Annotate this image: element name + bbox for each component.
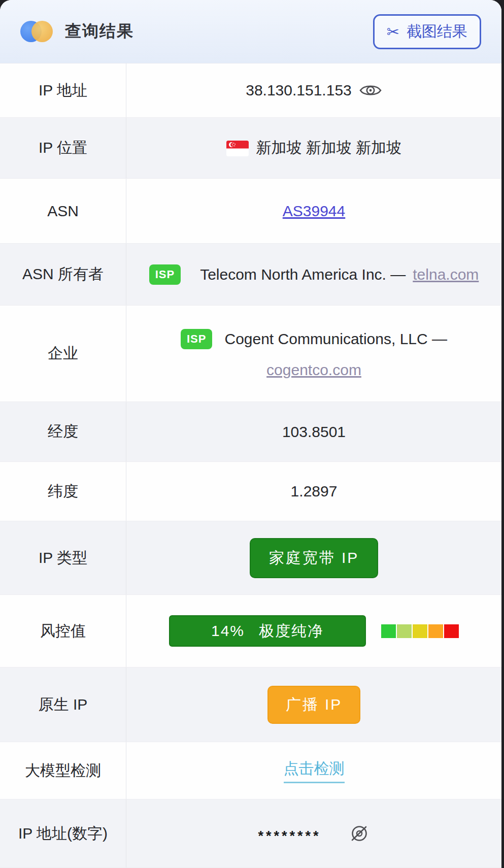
row-label: 原生 IP <box>0 667 126 742</box>
page-title: 查询结果 <box>65 20 134 43</box>
row-label: IP 地址 <box>0 63 126 117</box>
row-label: IP 地址(数字) <box>0 799 126 867</box>
row-value: 1.2897 <box>126 462 501 521</box>
row-label: 风控值 <box>0 595 126 667</box>
row-label: IP 位置 <box>0 118 126 178</box>
table-row-ip-type: IP 类型 家庭宽带 IP <box>0 521 501 595</box>
longitude-value: 103.8501 <box>282 423 346 441</box>
table-row-ip-number: IP 地址(数字) ******** <box>0 799 501 868</box>
table-row-ip-location: IP 位置 新加坡 新加坡 新加坡 <box>0 118 501 179</box>
ip-address-value: 38.130.151.153 <box>246 82 352 99</box>
singapore-flag-icon <box>226 141 249 156</box>
ip-type-badge: 家庭宽带 IP <box>250 538 379 578</box>
table-row-llm-detect: 大模型检测 点击检测 <box>0 742 501 799</box>
risk-color-scale <box>381 624 459 638</box>
masked-ip-number: ******** <box>258 828 321 844</box>
table-row-native-ip: 原生 IP 广播 IP <box>0 667 501 742</box>
row-value: 新加坡 新加坡 新加坡 <box>126 118 501 178</box>
company-text: Cogent Communications, LLC — <box>224 330 447 348</box>
row-value: 103.8501 <box>126 402 501 461</box>
query-result-card: 查询结果 ✂ 截图结果 IP 地址 38.130.151.153 IP 位置 <box>0 0 501 868</box>
row-label: ASN <box>0 179 126 243</box>
row-label: 企业 <box>0 306 126 402</box>
asn-link[interactable]: AS39944 <box>283 203 345 220</box>
company-domain-link[interactable]: cogentco.com <box>266 361 361 379</box>
ip-location-value: 新加坡 新加坡 新加坡 <box>256 138 401 158</box>
isp-badge: ISP <box>149 264 181 285</box>
table-row-longitude: 经度 103.8501 <box>0 402 501 462</box>
risk-score-bar: 14% 极度纯净 <box>169 615 366 647</box>
table-row-asn: ASN AS39944 <box>0 179 501 244</box>
table-row-latitude: 纬度 1.2897 <box>0 462 501 521</box>
click-detect-link[interactable]: 点击检测 <box>284 758 345 783</box>
logo-yellow-circle <box>31 21 53 42</box>
isp-badge: ISP <box>181 329 212 349</box>
latitude-value: 1.2897 <box>291 483 338 500</box>
eye-off-icon[interactable] <box>349 823 370 844</box>
row-value: ISP Cogent Communications, LLC — cogentc… <box>126 306 501 402</box>
row-value: 广播 IP <box>126 667 501 742</box>
table-row-company: 企业 ISP Cogent Communications, LLC — coge… <box>0 306 501 402</box>
row-value: ******** <box>126 799 501 867</box>
row-value: 点击检测 <box>126 742 501 799</box>
screenshot-button-label: 截图结果 <box>407 21 467 42</box>
table-row-asn-owner: ASN 所有者 ISP Telecom North America Inc. —… <box>0 244 501 306</box>
risk-scale-segment-orange <box>428 624 443 638</box>
app-logo-icon <box>20 20 53 43</box>
risk-percent: 14% <box>211 622 245 640</box>
risk-scale-segment-red <box>444 624 459 638</box>
scissors-icon: ✂ <box>387 24 399 40</box>
eye-icon[interactable] <box>359 82 382 99</box>
asn-owner-domain-link[interactable]: telna.com <box>413 266 479 283</box>
row-label: 大模型检测 <box>0 742 126 799</box>
row-label: 纬度 <box>0 462 126 521</box>
asn-owner-text: Telecom North America Inc. — <box>200 266 406 283</box>
row-value: 14% 极度纯净 <box>126 595 501 667</box>
row-value: AS39944 <box>126 179 501 243</box>
table-row-ip-address: IP 地址 38.130.151.153 <box>0 63 501 118</box>
broadcast-ip-badge: 广播 IP <box>267 686 361 724</box>
risk-scale-segment-green <box>381 624 396 638</box>
row-value: 家庭宽带 IP <box>126 521 501 594</box>
risk-scale-segment-yellow <box>413 624 427 638</box>
row-label: 经度 <box>0 402 126 461</box>
risk-text: 极度纯净 <box>259 621 324 642</box>
screenshot-result-button[interactable]: ✂ 截图结果 <box>373 14 481 49</box>
company-line: ISP Cogent Communications, LLC — <box>181 329 447 349</box>
card-header: 查询结果 ✂ 截图结果 <box>0 0 501 63</box>
row-label: IP 类型 <box>0 521 126 594</box>
row-value: ISP Telecom North America Inc. — telna.c… <box>126 244 501 305</box>
row-label: ASN 所有者 <box>0 244 126 305</box>
risk-scale-segment-lightgreen <box>397 624 412 638</box>
table-row-risk-score: 风控值 14% 极度纯净 <box>0 595 501 667</box>
row-value: 38.130.151.153 <box>126 63 501 117</box>
